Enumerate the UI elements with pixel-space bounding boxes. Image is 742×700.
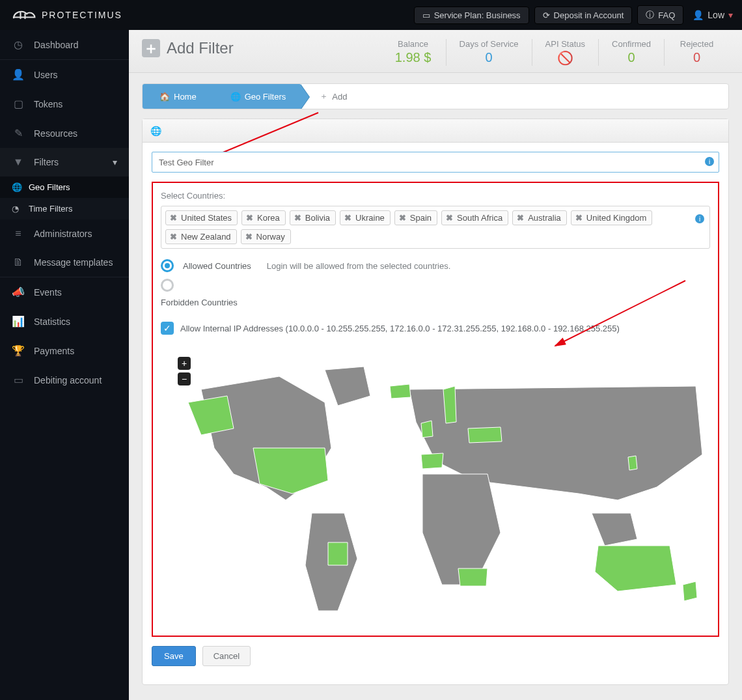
country-chip-label: Ukraine <box>355 213 385 223</box>
logo-icon <box>9 6 36 24</box>
forbidden-countries-label: Forbidden Countries <box>161 298 710 307</box>
remove-chip-icon[interactable]: ✖ <box>170 213 177 223</box>
country-chip[interactable]: ✖Korea <box>241 210 286 225</box>
sidebar-item-filters[interactable]: ▼ Filters ▾ <box>0 148 129 176</box>
caret-down-icon: ▾ <box>728 10 733 20</box>
sidebar-item-message-templates[interactable]: 🗎 Message templates <box>0 248 129 277</box>
map-zoom-in-button[interactable]: + <box>178 357 191 370</box>
forbidden-countries-radio[interactable] <box>161 279 174 292</box>
gauge-icon: ◷ <box>12 38 25 51</box>
remove-chip-icon[interactable]: ✖ <box>344 213 351 223</box>
chart-icon: 📊 <box>12 315 25 328</box>
country-chip-label: New Zealand <box>181 232 231 242</box>
bars-icon: ≡ <box>12 228 25 240</box>
page-header: ＋ Add Filter Balance 1.98 $ Days of Serv… <box>129 30 742 73</box>
faq-button[interactable]: ⓘ FAQ <box>637 5 683 25</box>
country-chip[interactable]: ✖United States <box>165 210 238 225</box>
breadcrumb: 🏠 Home 🌐 Geo Filters ＋ Add <box>142 83 729 109</box>
countries-chips[interactable]: i ✖United States✖Korea✖Bolivia✖Ukraine✖S… <box>161 206 710 249</box>
refresh-icon: ⟳ <box>543 10 550 20</box>
stat-rejected: Rejected 0 <box>664 39 729 66</box>
sidebar-item-payments[interactable]: 🏆 Payments <box>0 336 129 365</box>
clock-icon: ◔ <box>12 204 22 214</box>
stat-days: Days of Service 0 <box>446 39 532 66</box>
country-chip-label: Korea <box>257 213 280 223</box>
deposit-button[interactable]: ⟳ Deposit in Account <box>534 7 633 24</box>
home-icon: 🏠 <box>159 92 170 102</box>
remove-chip-icon[interactable]: ✖ <box>446 213 453 223</box>
plus-icon: ＋ <box>142 39 160 57</box>
stat-confirmed: Confirmed 0 <box>598 39 664 66</box>
info-icon[interactable]: i <box>695 214 704 223</box>
country-chip[interactable]: ✖Norway <box>241 229 291 244</box>
country-chip-label: United States <box>181 213 232 223</box>
form-panel: 🌐 i Select Countries: i ✖United States✖K… <box>142 119 729 685</box>
remove-chip-icon[interactable]: ✖ <box>245 232 253 242</box>
main-area: ＋ Add Filter Balance 1.98 $ Days of Serv… <box>129 30 742 700</box>
sidebar-item-statistics[interactable]: 📊 Statistics <box>0 307 129 336</box>
country-chip-label: Bolivia <box>305 213 330 223</box>
remove-chip-icon[interactable]: ✖ <box>170 232 177 242</box>
sidebar-item-tokens[interactable]: ▢ Tokens <box>0 89 129 119</box>
top-bar: PROTECTIMUS ▭ Service Plan: Business ⟳ D… <box>0 0 742 30</box>
remove-chip-icon[interactable]: ✖ <box>517 213 524 223</box>
sidebar-item-resources[interactable]: ✎ Resources <box>0 119 129 148</box>
globe-icon: 🌐 <box>12 182 22 192</box>
country-chip-label: South Africa <box>457 213 502 223</box>
cash-icon: ▭ <box>12 374 25 386</box>
sidebar-item-administrators[interactable]: ≡ Administrators <box>0 219 129 248</box>
country-chip[interactable]: ✖South Africa <box>441 210 508 225</box>
country-chip-label: Australia <box>528 213 561 223</box>
country-chip[interactable]: ✖Australia <box>512 210 567 225</box>
trophy-icon: 🏆 <box>12 344 25 357</box>
user-menu[interactable]: 👤 Low ▾ <box>693 10 733 20</box>
sidebar-sub-time-filters[interactable]: ◔ Time Filters <box>0 198 129 219</box>
countries-frame: Select Countries: i ✖United States✖Korea… <box>152 182 719 637</box>
plus-icon: ＋ <box>320 91 328 102</box>
world-map[interactable]: + − <box>161 350 710 624</box>
crumb-geo-filters[interactable]: 🌐 Geo Filters <box>211 84 301 109</box>
cancel-button[interactable]: Cancel <box>202 646 251 666</box>
select-countries-label: Select Countries: <box>161 191 710 201</box>
map-zoom-out-button[interactable]: − <box>178 372 191 385</box>
brand-text: PROTECTIMUS <box>42 10 122 20</box>
card-icon: ▭ <box>422 10 430 20</box>
user-icon: 👤 <box>693 10 704 20</box>
megaphone-icon: 📣 <box>12 286 25 298</box>
sidebar-item-users[interactable]: 👤 Users <box>0 60 129 89</box>
page-title: ＋ Add Filter <box>142 39 234 57</box>
globe-icon: 🌐 <box>150 126 161 136</box>
filter-name-input[interactable] <box>152 152 719 173</box>
panel-header: 🌐 <box>143 119 728 143</box>
crumb-home[interactable]: 🏠 Home <box>143 84 211 109</box>
country-chip-label: Spain <box>410 213 432 223</box>
country-chip[interactable]: ✖New Zealand <box>165 229 237 244</box>
country-chip[interactable]: ✖Bolivia <box>290 210 336 225</box>
allowed-countries-help: Login will be allowed from the selected … <box>267 261 451 271</box>
remove-chip-icon[interactable]: ✖ <box>246 213 253 223</box>
device-icon: ▢ <box>12 98 25 110</box>
sidebar-item-dashboard[interactable]: ◷ Dashboard <box>0 30 129 59</box>
funnel-icon: ▼ <box>12 156 25 168</box>
crumb-add: ＋ Add <box>300 84 361 109</box>
allowed-countries-radio[interactable] <box>161 259 174 272</box>
pencil-icon: ✎ <box>12 127 25 139</box>
info-icon[interactable]: i <box>705 157 714 166</box>
sidebar-sub-geo-filters[interactable]: 🌐 Geo Filters <box>0 176 129 198</box>
country-chip-label: United Kingdom <box>586 213 647 223</box>
world-map-svg <box>162 350 709 624</box>
country-chip[interactable]: ✖Ukraine <box>340 210 391 225</box>
remove-chip-icon[interactable]: ✖ <box>294 213 301 223</box>
remove-chip-icon[interactable]: ✖ <box>575 213 583 223</box>
sidebar-item-events[interactable]: 📣 Events <box>0 277 129 307</box>
country-chip-label: Norway <box>256 232 285 242</box>
service-plan-button[interactable]: ▭ Service Plan: Business <box>414 7 529 24</box>
remove-chip-icon[interactable]: ✖ <box>399 213 406 223</box>
sidebar-item-debiting[interactable]: ▭ Debiting account <box>0 365 129 395</box>
save-button[interactable]: Save <box>152 646 196 666</box>
sidebar: ◷ Dashboard 👤 Users ▢ Tokens ✎ Resources… <box>0 30 129 700</box>
country-chip[interactable]: ✖United Kingdom <box>571 210 653 225</box>
caret-down-icon: ▾ <box>113 157 117 167</box>
allow-internal-ip-checkbox[interactable]: ✓ <box>161 322 174 335</box>
country-chip[interactable]: ✖Spain <box>394 210 437 225</box>
